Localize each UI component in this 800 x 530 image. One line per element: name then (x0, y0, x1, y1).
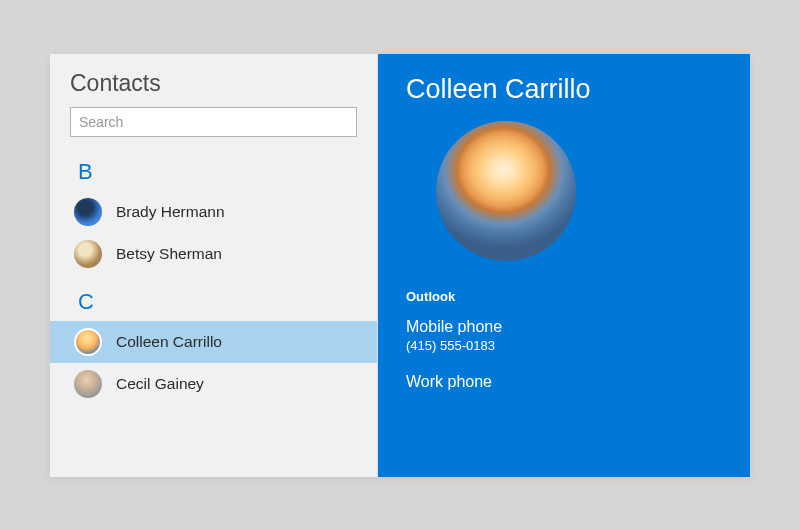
contact-row[interactable]: Cecil Gainey (50, 363, 377, 405)
contacts-window: Contacts BBrady HermannBetsy ShermanCCol… (50, 54, 750, 477)
avatar (74, 370, 102, 398)
contact-row[interactable]: Colleen Carrillo (50, 321, 377, 363)
field-label: Mobile phone (406, 318, 722, 336)
contact-detail-pane: Colleen Carrillo Outlook Mobile phone(41… (378, 54, 750, 477)
contacts-list-pane: Contacts BBrady HermannBetsy ShermanCCol… (50, 54, 378, 477)
avatar (436, 121, 576, 261)
contact-name: Betsy Sherman (116, 245, 222, 263)
contact-name: Cecil Gainey (116, 375, 204, 393)
field-label: Work phone (406, 373, 722, 391)
pane-title: Contacts (50, 54, 377, 107)
contact-detail-name: Colleen Carrillo (406, 74, 722, 105)
field-value: (415) 555-0183 (406, 338, 722, 353)
avatar (74, 240, 102, 268)
contacts-list: BBrady HermannBetsy ShermanCColleen Carr… (50, 145, 377, 405)
contact-source: Outlook (406, 289, 722, 304)
contact-row[interactable]: Brady Hermann (50, 191, 377, 233)
avatar (74, 198, 102, 226)
contact-name: Brady Hermann (116, 203, 225, 221)
contact-fields: Mobile phone(415) 555-0183Work phone (406, 318, 722, 391)
search-input[interactable] (70, 107, 357, 137)
contact-row[interactable]: Betsy Sherman (50, 233, 377, 275)
group-header[interactable]: B (50, 145, 377, 191)
avatar (74, 328, 102, 356)
group-header[interactable]: C (50, 275, 377, 321)
contact-name: Colleen Carrillo (116, 333, 222, 351)
